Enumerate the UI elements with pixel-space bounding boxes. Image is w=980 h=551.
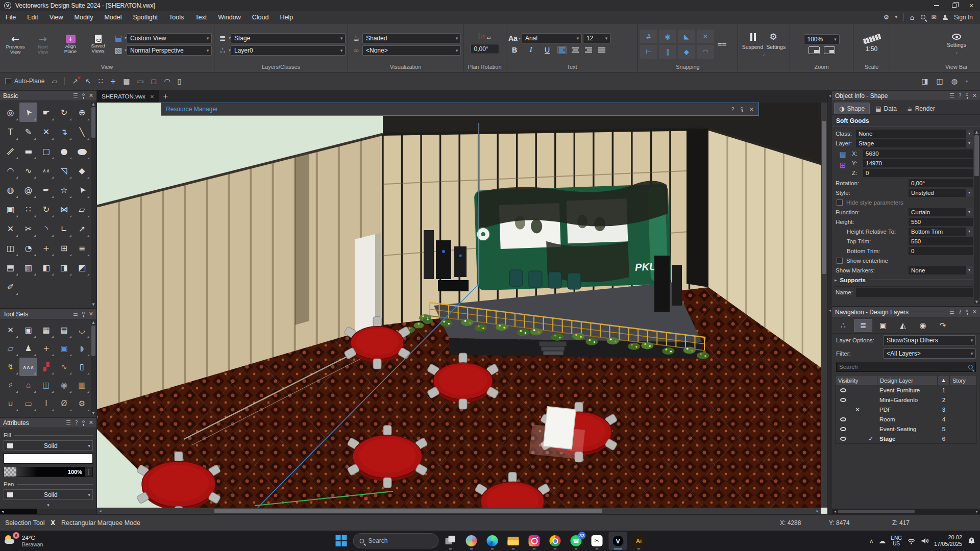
- attributes-collapse-caret[interactable]: ▾: [4, 503, 93, 508]
- snap-tangent-icon[interactable]: ◠: [697, 45, 714, 59]
- seating-rows-tool-icon[interactable]: ▦: [37, 321, 55, 339]
- column-tool-icon[interactable]: ◧: [37, 258, 55, 277]
- next-view-button[interactable]: → Next View: [30, 34, 56, 55]
- palette-help-icon[interactable]: ?: [75, 419, 78, 426]
- menu-view[interactable]: View: [44, 11, 69, 23]
- scene-3d-render[interactable]: PKU: [97, 103, 821, 508]
- layer-row-stage[interactable]: ✓Stage6: [836, 434, 976, 443]
- crate-tool-icon[interactable]: ▥: [73, 376, 91, 394]
- soft-goods-tool-icon[interactable]: ∧∧∧: [19, 358, 37, 376]
- eyedropper-tool-icon[interactable]: ✒: [37, 180, 55, 199]
- whatsapp-app[interactable]: ☎33: [567, 532, 585, 550]
- dropdown-arrow-icon[interactable]: ▾: [966, 266, 973, 274]
- bottom-trim-field[interactable]: 0: [909, 247, 973, 255]
- wifi-icon[interactable]: [907, 538, 916, 544]
- stack-tool-icon[interactable]: ≡: [73, 238, 91, 258]
- sort-ascending-icon[interactable]: ▲: [938, 375, 950, 385]
- person-position-tool-icon[interactable]: ♟: [19, 339, 37, 358]
- locus-tool-icon[interactable]: +: [37, 238, 55, 258]
- visibility-eye-icon[interactable]: [840, 437, 846, 441]
- scroll-up-icon[interactable]: ▲: [92, 320, 94, 324]
- supports-expand-icon[interactable]: ▸: [835, 278, 837, 283]
- selection-tool-icon[interactable]: ➤: [19, 103, 37, 122]
- nav-tab-viewports[interactable]: ◭: [894, 319, 912, 332]
- rotate-tool-icon[interactable]: ↻: [37, 199, 55, 219]
- snap-loci-icon[interactable]: ==: [717, 41, 726, 48]
- hide-style-checkbox[interactable]: [837, 199, 843, 206]
- disable-interactive-scaling-icon[interactable]: ↗: [72, 77, 78, 85]
- minimize-button[interactable]: [928, 0, 945, 11]
- snap-parallel-icon[interactable]: ∥: [659, 45, 676, 59]
- visibility-eye-icon[interactable]: [840, 417, 846, 421]
- copilot-app[interactable]: [462, 532, 481, 550]
- pen-color-swatch[interactable]: [6, 492, 13, 498]
- mail-icon[interactable]: ✉: [932, 14, 937, 21]
- user-account-icon[interactable]: [943, 15, 948, 20]
- mode-locus-icon[interactable]: +: [110, 77, 116, 85]
- height-field[interactable]: 550: [909, 218, 973, 226]
- layer-row-pdf[interactable]: ✕PDF3: [836, 405, 976, 414]
- mode-wall-icon[interactable]: ▯: [178, 77, 182, 85]
- palette-menu-icon[interactable]: ☰: [66, 419, 71, 426]
- snapping-settings-gear-icon[interactable]: ⚙: [769, 32, 777, 42]
- object-info-header[interactable]: Object Info - Shape ☰ ? ✕: [832, 90, 980, 101]
- pin-icon[interactable]: [82, 312, 85, 314]
- font-style-icon[interactable]: Aa: [508, 34, 518, 42]
- trim-tool-icon[interactable]: ✕: [2, 219, 19, 238]
- circle-tool-icon[interactable]: ●: [55, 141, 73, 161]
- font-style-caret-icon[interactable]: ▾: [519, 36, 521, 41]
- palette-help-icon[interactable]: ?: [959, 92, 962, 99]
- delete-vertex-tool-icon[interactable]: ✕: [37, 122, 55, 141]
- snap-distance-icon[interactable]: ⊢: [640, 45, 657, 59]
- basket-tool-icon[interactable]: ∪: [2, 394, 19, 413]
- zoom-tool-icon[interactable]: ⊕: [73, 103, 91, 122]
- globe-view-icon[interactable]: ◍: [951, 77, 958, 85]
- pin-icon[interactable]: [966, 93, 968, 96]
- ruler-tool-icon[interactable]: ▭: [19, 394, 37, 413]
- rectangle-tool-icon[interactable]: ▬: [19, 141, 37, 161]
- layer-dropdown[interactable]: Stage: [856, 139, 966, 147]
- show-markers-dropdown[interactable]: None: [909, 266, 966, 274]
- camera-tool-icon[interactable]: ◉: [55, 376, 73, 394]
- italic-button[interactable]: I: [525, 45, 537, 55]
- menu-modify[interactable]: Modify: [69, 11, 99, 23]
- corner-tool-icon[interactable]: ◩: [73, 258, 91, 277]
- layer-row-event-furniture[interactable]: Event-Furniture1: [836, 385, 976, 395]
- weather-widget[interactable]: 6 24°C Berawan: [4, 534, 43, 548]
- language-indicator[interactable]: ENG US: [891, 535, 902, 546]
- seating-table-tool-icon[interactable]: ▤: [55, 321, 73, 339]
- pan-tool-icon[interactable]: ☛: [37, 103, 55, 122]
- column-story[interactable]: Story: [950, 375, 976, 385]
- height-relative-dropdown[interactable]: Bottom Trim: [909, 228, 966, 236]
- palette-help-icon[interactable]: ?: [959, 309, 962, 315]
- attribute-mapping-tool-icon[interactable]: ✐: [2, 277, 19, 296]
- projection-dropdown[interactable]: Normal Perspective▾: [127, 45, 212, 56]
- line-tool-icon[interactable]: ╲: [73, 122, 91, 141]
- palette-close-icon[interactable]: ✕: [89, 311, 93, 317]
- align-left-button[interactable]: [557, 46, 567, 54]
- panel-collapse-strip[interactable]: ◂ ◂: [827, 90, 832, 514]
- basic-palette-scrollbar[interactable]: ▲ ▼: [91, 102, 96, 307]
- clip-tool-icon[interactable]: ▣: [2, 199, 19, 219]
- stage-deck-tool-icon[interactable]: ▱: [2, 339, 19, 358]
- column-design-layer[interactable]: Design Layer: [877, 375, 938, 385]
- visibility-eye-icon[interactable]: [840, 388, 846, 392]
- align-plane-button[interactable]: ↓ Align Plane: [57, 35, 84, 54]
- collapse-object-info-icon[interactable]: ◂: [828, 93, 832, 98]
- edge-app[interactable]: [483, 532, 502, 550]
- home-icon[interactable]: ⌂: [910, 13, 915, 21]
- instagram-app[interactable]: [525, 532, 544, 550]
- house-structure-tool-icon[interactable]: ⌂: [19, 376, 37, 394]
- polyline-tool-icon[interactable]: ◹: [55, 161, 73, 180]
- dropdown-arrow-icon[interactable]: ▾: [966, 189, 973, 197]
- coordinate-grid-icon[interactable]: ⊞: [840, 161, 846, 170]
- scroll-left-icon[interactable]: ◂: [0, 509, 37, 514]
- callout-tool-icon[interactable]: ✎: [19, 122, 37, 141]
- sign-in-link[interactable]: Sign In: [954, 14, 973, 21]
- layer-table-header[interactable]: Visibility Design Layer ▲ Story: [836, 375, 976, 385]
- window-tool-icon[interactable]: ◫: [37, 376, 55, 394]
- oval-tool-icon[interactable]: ●: [73, 141, 91, 161]
- tool-sets-scrollbar[interactable]: ▲ ▼: [91, 320, 96, 415]
- layer-options-dropdown[interactable]: Show/Snap Others▾: [883, 335, 976, 345]
- beam-tool-icon[interactable]: ◨: [55, 258, 73, 277]
